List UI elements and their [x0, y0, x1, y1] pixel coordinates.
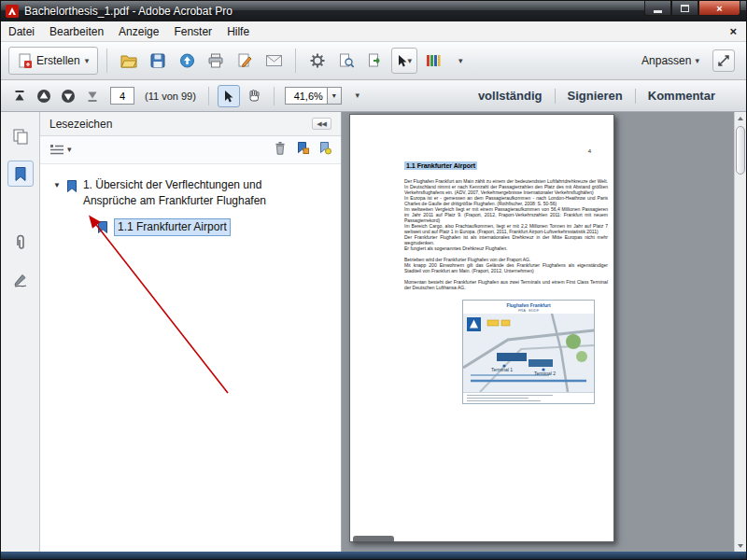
task-pane-buttons: vollständig Signieren Kommentar [466, 83, 739, 108]
paragraph: Im weltweiten Vergleich liegt er mit ein… [404, 206, 608, 223]
legend-line [467, 398, 529, 399]
collapse-panel-button[interactable]: ◀◀ [312, 118, 331, 130]
printer-icon [208, 53, 223, 68]
page-bottom-shadow [353, 536, 394, 543]
send-cloud-icon [179, 53, 195, 68]
paragraph: Momentan besteht der Frankfurter Flughaf… [404, 279, 608, 290]
sign-pane-button[interactable]: Signieren [556, 83, 635, 108]
open-folder-icon [120, 54, 137, 68]
scroll-up-button[interactable] [735, 112, 746, 124]
expand-arrows-icon [717, 54, 730, 67]
menu-datei[interactable]: Datei [1, 22, 42, 41]
zoom-overflow-button[interactable]: ▾ [346, 85, 369, 107]
page-nav-group [8, 85, 104, 107]
save-floppy-icon [150, 53, 165, 68]
main-area: Lesezeichen ◀◀ ▾ [1, 112, 746, 552]
tools-pane-button[interactable]: vollständig [466, 83, 555, 108]
minimize-icon [654, 10, 662, 13]
zoom-dropdown-button[interactable]: ▾ [328, 87, 342, 105]
maximize-button[interactable] [671, 1, 698, 16]
page-thumbnails-button[interactable] [7, 123, 34, 149]
document-close-icon[interactable]: × [729, 24, 737, 38]
search-page-icon [339, 53, 354, 68]
settings-button[interactable] [304, 48, 331, 74]
windows-taskbar [1, 552, 746, 559]
find-button[interactable] [333, 48, 359, 74]
bookmark-flag-icon [96, 220, 109, 234]
bookmark-settings-button[interactable] [318, 141, 331, 159]
page-number-input[interactable]: 4 [110, 87, 134, 105]
sign-document-button[interactable] [232, 48, 258, 74]
fullscreen-toggle-button[interactable] [712, 49, 735, 72]
attachments-panel-button[interactable] [7, 230, 34, 256]
signatures-panel-button[interactable] [7, 267, 34, 293]
selection-tool-dropdown[interactable]: ▾ [391, 48, 417, 74]
print-button[interactable] [203, 48, 229, 74]
hand-tool-button[interactable] [243, 85, 265, 107]
open-file-button[interactable] [116, 48, 142, 74]
zoom-level-input[interactable]: 41,6% [285, 87, 328, 105]
email-button[interactable] [261, 48, 287, 74]
customize-button[interactable]: Anpassen ▾ [636, 50, 705, 71]
chevron-down-icon: ▾ [407, 57, 412, 65]
scroll-down-icon [738, 544, 743, 548]
menu-hilfe[interactable]: Hilfe [219, 22, 257, 41]
panel-header-buttons: ◀◀ [312, 118, 331, 130]
minimize-button[interactable] [644, 1, 671, 16]
last-page-button[interactable] [81, 85, 104, 107]
toolbar-overflow-button[interactable]: ▾ [449, 49, 472, 72]
toolbar-separator [106, 49, 107, 73]
paragraph: Der Frankfurter Flughafen ist als intern… [404, 234, 608, 245]
bookmarks-tree: ▼ 1. Übersicht der Verflechtungen und An… [40, 164, 341, 552]
overflow-chevron-icon: ▾ [458, 57, 463, 65]
bookmarks-panel-button[interactable] [7, 161, 34, 187]
expander-triangle-icon[interactable]: ▼ [53, 181, 61, 189]
signature-pen-icon [13, 273, 28, 287]
trash-icon [274, 141, 287, 155]
save-button[interactable] [145, 48, 171, 74]
scrollbar-thumb[interactable] [736, 126, 745, 175]
pdf-page-number: 4 [588, 148, 591, 154]
new-bookmark-button[interactable] [296, 141, 309, 159]
document-scrollbar[interactable] [734, 112, 746, 552]
first-page-button[interactable] [8, 85, 31, 107]
page-thumbnails-icon [12, 128, 29, 145]
delete-bookmark-button[interactable] [274, 141, 287, 159]
menu-bearbeiten[interactable]: Bearbeiten [42, 22, 111, 41]
scroll-down-button[interactable] [735, 539, 746, 552]
share-file-button[interactable] [174, 48, 200, 74]
bookmark-options-button[interactable]: ▾ [49, 144, 72, 156]
toolbar-separator [295, 49, 296, 73]
next-page-button[interactable] [57, 85, 79, 107]
select-tool-button[interactable] [218, 85, 240, 107]
scroll-up-icon [738, 117, 743, 120]
bookmark-label[interactable]: 1.1 Frankfurter Airport [114, 218, 231, 236]
close-button[interactable]: × [698, 1, 740, 16]
pdf-page: 4 1.1 Frankfurter Airport Der Flughafen … [349, 114, 614, 542]
previous-page-button[interactable] [33, 85, 55, 107]
create-pdf-label: Erstellen [36, 54, 80, 67]
create-pdf-icon [18, 53, 32, 68]
terminal2-label: Terminal 2 [534, 371, 556, 376]
zoom-combo: 41,6% ▾ [285, 87, 342, 105]
export-button[interactable] [362, 48, 388, 74]
bookmark-item-parent[interactable]: ▼ 1. Übersicht der Verflechtungen und An… [53, 177, 335, 209]
select-cursor-icon [223, 90, 233, 103]
paragraph: In Europa ist er - gemessen an dem Passa… [404, 195, 608, 206]
window-title: Bachelorthesis_1.pdf - Adobe Acrobat Pro [24, 5, 233, 18]
bookmark-label[interactable]: 1. Übersicht der Verflechtungen und Ansp… [83, 177, 311, 209]
paragraph: Mit knapp 200 Einwohnern gilt das Geländ… [404, 262, 608, 273]
menu-bar: Datei Bearbeiten Anzeige Fenster Hilfe × [1, 21, 746, 42]
bookmark-item-child[interactable]: 1.1 Frankfurter Airport [96, 218, 335, 236]
pen-page-icon [237, 53, 252, 68]
export-arrow-icon [368, 53, 383, 68]
paragraph: Im Bereich Cargo, also Frachtaufkommen, … [404, 223, 608, 234]
airport-map-graphic: Terminal 1 Terminal 2 [463, 314, 594, 392]
title-bar: Bachelorthesis_1.pdf - Adobe Acrobat Pro… [1, 1, 746, 21]
color-tools-button[interactable] [420, 48, 446, 74]
menu-fenster[interactable]: Fenster [166, 22, 219, 41]
last-page-icon [86, 90, 99, 103]
comment-pane-button[interactable]: Kommentar [636, 83, 727, 108]
create-pdf-button[interactable]: Erstellen ▾ [8, 47, 98, 75]
menu-anzeige[interactable]: Anzeige [111, 22, 166, 41]
